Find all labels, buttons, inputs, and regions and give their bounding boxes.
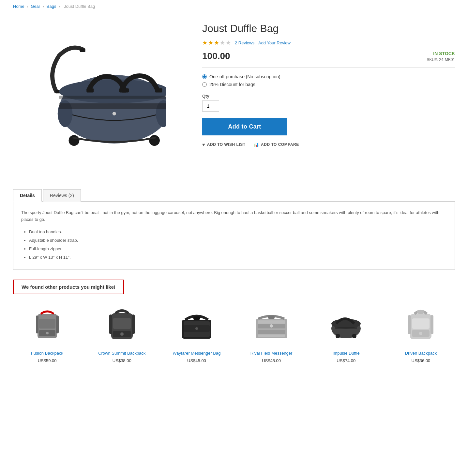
related-product-img-3 bbox=[174, 304, 219, 346]
related-product-name-4[interactable]: Rival Field Messenger bbox=[237, 350, 306, 356]
related-product-6[interactable]: Driven Backpack US$36.00 bbox=[387, 304, 455, 363]
svg-rect-42 bbox=[408, 315, 411, 334]
sku-label: SKU#: bbox=[427, 57, 438, 62]
svg-rect-22 bbox=[113, 318, 131, 329]
product-info: Joust Duffle Bag ★ ★ ★ ★ ★ 2 Reviews Add… bbox=[202, 19, 455, 169]
related-product-5[interactable]: Impulse Duffle US$74.00 bbox=[312, 304, 380, 363]
product-image-section bbox=[13, 19, 183, 169]
breadcrumb-home[interactable]: Home bbox=[13, 4, 24, 9]
price-stock-row: 100.00 IN STOCK SKU#: 24-MB01 bbox=[202, 51, 455, 68]
related-product-img-2 bbox=[99, 304, 145, 346]
breadcrumb-sep3: › bbox=[59, 4, 60, 9]
product-sku: SKU#: 24-MB01 bbox=[427, 57, 455, 62]
add-to-cart-button[interactable]: Add to Cart bbox=[202, 118, 287, 135]
breadcrumb: Home › Gear › Bags › Joust Duffle Bag bbox=[0, 0, 468, 13]
product-main: Joust Duffle Bag ★ ★ ★ ★ ★ 2 Reviews Add… bbox=[0, 13, 468, 182]
breadcrumb-gear[interactable]: Gear bbox=[31, 4, 40, 9]
related-product-img-6 bbox=[398, 304, 444, 346]
breadcrumb-sep1: › bbox=[27, 4, 28, 9]
purchase-option-1[interactable]: One-off purchase (No subscription) bbox=[202, 74, 455, 79]
tabs-header: Details Reviews (2) bbox=[13, 189, 455, 202]
svg-point-3 bbox=[59, 79, 166, 103]
svg-rect-6 bbox=[119, 88, 127, 93]
svg-point-10 bbox=[69, 135, 80, 146]
related-header: We found other products you might like! bbox=[13, 280, 124, 294]
svg-rect-1 bbox=[80, 48, 85, 52]
svg-rect-20 bbox=[109, 315, 112, 334]
stock-status: IN STOCK bbox=[427, 51, 455, 56]
svg-rect-14 bbox=[36, 315, 38, 333]
svg-point-39 bbox=[352, 334, 356, 338]
svg-point-12 bbox=[113, 112, 116, 115]
bag-illustration bbox=[29, 32, 166, 156]
purchase-options: One-off purchase (No subscription) 25% D… bbox=[202, 74, 455, 87]
star-4: ★ bbox=[220, 39, 225, 46]
purchase-option-2-label: 25% Discount for bags bbox=[209, 82, 255, 87]
wish-list-label: ADD TO WISH LIST bbox=[207, 142, 246, 147]
svg-point-35 bbox=[270, 324, 273, 328]
reviews-link[interactable]: 2 Reviews bbox=[235, 40, 254, 45]
svg-rect-47 bbox=[417, 310, 424, 314]
star-5: ★ bbox=[226, 39, 231, 46]
feature-1: Dual top handles. bbox=[29, 228, 447, 236]
related-product-name-3[interactable]: Wayfarer Messenger Bag bbox=[162, 350, 231, 356]
add-to-compare-link[interactable]: 📊 ADD TO COMPARE bbox=[253, 142, 299, 147]
tab-content: The sporty Joust Duffle Bag can't be bea… bbox=[13, 202, 455, 270]
related-product-name-5[interactable]: Impulse Duffle bbox=[312, 350, 380, 356]
svg-point-46 bbox=[419, 332, 422, 335]
related-product-img-1 bbox=[24, 304, 70, 346]
breadcrumb-sep2: › bbox=[43, 4, 44, 9]
related-product-1[interactable]: Fusion Backpack US$59.00 bbox=[13, 304, 81, 363]
related-products-grid: Fusion Backpack US$59.00 Crown Summit Ba… bbox=[13, 304, 455, 363]
svg-point-38 bbox=[336, 334, 340, 338]
related-section: We found other products you might like! … bbox=[0, 270, 468, 376]
related-product-price-5: US$74.00 bbox=[312, 358, 380, 363]
add-to-wishlist-link[interactable]: ♥ ADD TO WISH LIST bbox=[202, 142, 246, 147]
action-links: ♥ ADD TO WISH LIST 📊 ADD TO COMPARE bbox=[202, 142, 455, 147]
related-product-price-6: US$36.00 bbox=[387, 358, 455, 363]
svg-rect-43 bbox=[430, 315, 433, 334]
tab-reviews[interactable]: Reviews (2) bbox=[43, 189, 81, 202]
svg-rect-16 bbox=[39, 319, 55, 329]
heart-icon: ♥ bbox=[202, 142, 205, 147]
qty-section: Qty bbox=[202, 94, 455, 112]
svg-rect-33 bbox=[258, 330, 285, 334]
purchase-radio-2[interactable] bbox=[202, 82, 207, 87]
related-product-4[interactable]: Rival Field Messenger US$45.00 bbox=[237, 304, 306, 363]
svg-point-11 bbox=[149, 135, 160, 146]
svg-point-18 bbox=[46, 332, 49, 334]
qty-input[interactable] bbox=[202, 100, 219, 112]
product-price: 100.00 bbox=[202, 51, 230, 61]
purchase-radio-1[interactable] bbox=[202, 74, 207, 79]
related-product-3[interactable]: Wayfarer Messenger Bag US$45.00 bbox=[162, 304, 231, 363]
product-image bbox=[23, 19, 173, 169]
related-product-name-6[interactable]: Driven Backpack bbox=[387, 350, 455, 356]
star-3: ★ bbox=[214, 39, 219, 46]
related-product-price-3: US$45.00 bbox=[162, 358, 231, 363]
svg-point-29 bbox=[195, 327, 198, 330]
related-product-2[interactable]: Crown Summit Backpack US$38.00 bbox=[88, 304, 156, 363]
qty-label: Qty bbox=[202, 94, 455, 99]
breadcrumb-bags[interactable]: Bags bbox=[47, 4, 56, 9]
tab-description: The sporty Joust Duffle Bag can't be bea… bbox=[21, 209, 447, 223]
svg-rect-15 bbox=[56, 315, 59, 333]
related-product-img-4 bbox=[249, 304, 294, 346]
rating-row: ★ ★ ★ ★ ★ 2 Reviews Add Your Review bbox=[202, 39, 455, 46]
svg-rect-7 bbox=[155, 88, 162, 93]
svg-rect-40 bbox=[335, 327, 357, 329]
purchase-option-2[interactable]: 25% Discount for bags bbox=[202, 82, 455, 87]
feature-3: Full-length zipper. bbox=[29, 245, 447, 253]
related-product-price-2: US$38.00 bbox=[88, 358, 156, 363]
svg-rect-21 bbox=[132, 315, 135, 334]
purchase-option-1-label: One-off purchase (No subscription) bbox=[209, 74, 280, 79]
feature-2: Adjustable shoulder strap. bbox=[29, 236, 447, 245]
svg-rect-44 bbox=[412, 318, 430, 329]
feature-4: L 29" x W 13" x H 11". bbox=[29, 253, 447, 262]
product-title: Joust Duffle Bag bbox=[202, 23, 455, 35]
related-product-name-1[interactable]: Fusion Backpack bbox=[13, 350, 81, 356]
related-product-price-4: US$45.00 bbox=[237, 358, 306, 363]
related-product-name-2[interactable]: Crown Summit Backpack bbox=[88, 350, 156, 356]
stock-sku: IN STOCK SKU#: 24-MB01 bbox=[427, 51, 455, 62]
add-review-link[interactable]: Add Your Review bbox=[258, 40, 291, 45]
tab-details[interactable]: Details bbox=[13, 189, 42, 202]
